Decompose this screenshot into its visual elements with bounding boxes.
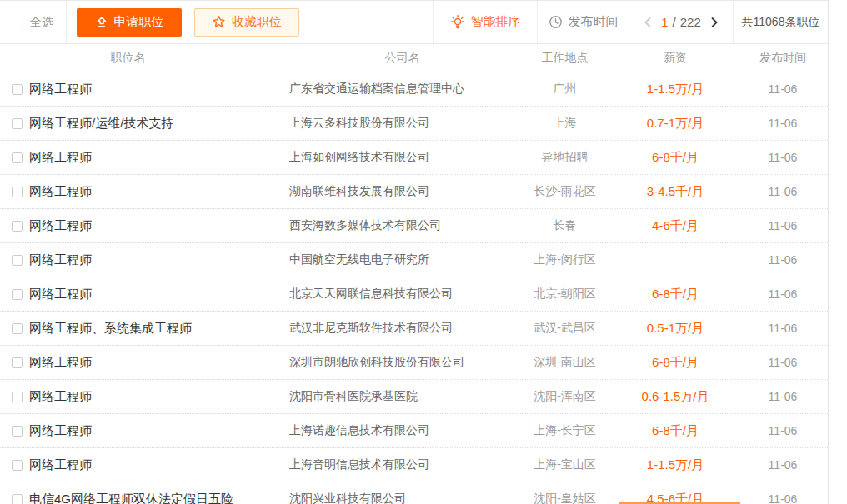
job-date: 11-06 bbox=[738, 458, 828, 472]
table-row: 网络工程师/运维/技术支持 上海云多科技股份有限公司 上海 0.7-1万/月 1… bbox=[0, 107, 828, 141]
job-title-link[interactable]: 网络工程师 bbox=[29, 252, 92, 268]
apply-jobs-button[interactable]: 申请职位 bbox=[77, 8, 182, 37]
smart-sort-label: 智能排序 bbox=[471, 14, 521, 30]
row-checkbox[interactable] bbox=[12, 221, 23, 232]
job-list-panel: 全选 申请职位 收藏职位 bbox=[0, 0, 829, 504]
job-date: 11-06 bbox=[738, 424, 828, 437]
row-checkbox[interactable] bbox=[12, 460, 23, 471]
header-location: 工作地点 bbox=[517, 51, 613, 66]
total-jobs-count: 共11068条职位 bbox=[742, 15, 820, 30]
job-title-cell: 网络工程师 bbox=[0, 389, 288, 405]
job-title-link[interactable]: 网络工程师 bbox=[29, 82, 92, 97]
job-title-link[interactable]: 网络工程师、系统集成工程师 bbox=[29, 321, 192, 337]
row-checkbox[interactable] bbox=[12, 289, 23, 300]
company-name[interactable]: 上海云多科技股份有限公司 bbox=[288, 116, 517, 131]
job-title-link[interactable]: 网络工程师 bbox=[29, 184, 92, 200]
row-checkbox[interactable] bbox=[12, 357, 23, 368]
company-name[interactable]: 沈阳兴业科技有限公司 bbox=[288, 492, 517, 504]
apply-jobs-label: 申请职位 bbox=[114, 14, 164, 30]
job-date: 11-06 bbox=[738, 390, 828, 403]
row-checkbox[interactable] bbox=[12, 118, 23, 129]
job-title-link[interactable]: 电信4G网络工程师双休法定假日五险 bbox=[29, 492, 233, 504]
job-title-link[interactable]: 网络工程师 bbox=[29, 150, 92, 166]
smart-sort-button[interactable]: 智能排序 bbox=[434, 1, 538, 43]
total-jobs-count-cell: 共11068条职位 bbox=[734, 1, 828, 43]
job-title-cell: 网络工程师 bbox=[0, 457, 288, 473]
select-all-label: 全选 bbox=[30, 15, 53, 30]
job-salary: 4-6千/月 bbox=[613, 218, 738, 234]
pagination: 1 / 222 bbox=[629, 1, 734, 43]
toolbar: 全选 申请职位 收藏职位 bbox=[0, 1, 828, 44]
job-location: 长沙-雨花区 bbox=[517, 184, 613, 199]
table-row: 网络工程师 深圳市朗驰欣创科技股份有限公司 深圳-南山区 6-8千/月 11-0… bbox=[0, 346, 828, 380]
job-location: 上海-闵行区 bbox=[517, 252, 613, 267]
table-row: 网络工程师 北京天天网联信息科技有限公司 北京-朝阳区 6-8千/月 11-06 bbox=[0, 277, 828, 312]
table-row: 网络工程师 上海诺趣信息技术有限公司 上海-长宁区 6-8千/月 11-06 bbox=[0, 414, 828, 448]
table-row: 网络工程师 沈阳市骨科医院承基医院 沈阳-浑南区 0.6-1.5万/月 11-0… bbox=[0, 380, 828, 414]
row-checkbox[interactable] bbox=[12, 494, 23, 504]
job-title-link[interactable]: 网络工程师 bbox=[29, 423, 92, 439]
job-title-link[interactable]: 网络工程师 bbox=[29, 355, 92, 371]
job-date: 11-06 bbox=[738, 287, 828, 301]
row-checkbox[interactable] bbox=[12, 323, 23, 334]
job-date: 11-06 bbox=[738, 117, 828, 130]
job-date: 11-06 bbox=[738, 322, 828, 335]
job-title-link[interactable]: 网络工程师/运维/技术支持 bbox=[29, 116, 173, 132]
upload-arrow-icon bbox=[95, 16, 108, 29]
chevron-right-icon[interactable] bbox=[709, 17, 719, 28]
company-name[interactable]: 西安海数多媒体技术有限公司 bbox=[288, 218, 517, 233]
favorite-jobs-label: 收藏职位 bbox=[232, 14, 282, 30]
select-all-checkbox[interactable] bbox=[13, 17, 23, 27]
company-name[interactable]: 广东省交通运输档案信息管理中心 bbox=[288, 82, 517, 97]
job-salary: 3-4.5千/月 bbox=[613, 184, 738, 200]
chevron-left-icon[interactable] bbox=[643, 17, 654, 28]
company-name[interactable]: 深圳市朗驰欣创科技股份有限公司 bbox=[288, 355, 517, 370]
row-checkbox[interactable] bbox=[12, 426, 23, 437]
job-salary: 6-8千/月 bbox=[613, 150, 738, 166]
company-name[interactable]: 湖南联维科技发展有限公司 bbox=[288, 184, 517, 199]
publish-time-sort-label: 发布时间 bbox=[569, 14, 619, 30]
company-name[interactable]: 北京天天网联信息科技有限公司 bbox=[288, 287, 517, 302]
job-location: 上海-长宁区 bbox=[517, 423, 613, 438]
job-date: 11-06 bbox=[738, 151, 828, 164]
job-title-cell: 网络工程师 bbox=[0, 252, 288, 268]
table-row: 网络工程师 广东省交通运输档案信息管理中心 广州 1-1.5万/月 11-06 bbox=[0, 72, 828, 107]
total-pages: 222 bbox=[680, 15, 701, 29]
job-date: 11-06 bbox=[738, 82, 828, 96]
job-title-cell: 网络工程师 bbox=[0, 423, 288, 439]
job-location: 上海 bbox=[517, 116, 613, 131]
header-company: 公司名 bbox=[288, 51, 517, 66]
job-location: 深圳-南山区 bbox=[517, 355, 613, 370]
job-title-link[interactable]: 网络工程师 bbox=[29, 287, 92, 302]
job-title-cell: 网络工程师 bbox=[0, 184, 288, 200]
header-date: 发布时间 bbox=[738, 51, 828, 66]
publish-time-sort-button[interactable]: 发布时间 bbox=[538, 1, 629, 43]
company-name[interactable]: 上海诺趣信息技术有限公司 bbox=[288, 423, 517, 438]
table-header: 职位名 公司名 工作地点 薪资 发布时间 bbox=[0, 44, 828, 72]
company-name[interactable]: 沈阳市骨科医院承基医院 bbox=[288, 389, 517, 404]
table-row: 网络工程师 上海如创网络技术有限公司 异地招聘 6-8千/月 11-06 bbox=[0, 141, 828, 175]
table-row: 网络工程师 中国航空无线电电子研究所 上海-闵行区 11-06 bbox=[0, 243, 828, 277]
company-name[interactable]: 中国航空无线电电子研究所 bbox=[288, 252, 517, 267]
favorite-jobs-button[interactable]: 收藏职位 bbox=[194, 8, 299, 37]
row-checkbox[interactable] bbox=[12, 187, 23, 197]
job-title-link[interactable]: 网络工程师 bbox=[29, 218, 92, 234]
job-date: 11-06 bbox=[738, 492, 828, 504]
company-name[interactable]: 上海音明信息技术有限公司 bbox=[288, 457, 517, 472]
row-checkbox[interactable] bbox=[12, 255, 23, 266]
page-separator: / bbox=[673, 15, 676, 29]
row-checkbox[interactable] bbox=[12, 84, 23, 95]
row-checkbox[interactable] bbox=[12, 392, 23, 402]
job-title-cell: 电信4G网络工程师双休法定假日五险 bbox=[0, 492, 288, 504]
company-name[interactable]: 武汉非尼克斯软件技术有限公司 bbox=[288, 321, 517, 336]
star-icon bbox=[212, 15, 226, 29]
job-location: 武汉-武昌区 bbox=[517, 321, 613, 336]
job-title-link[interactable]: 网络工程师 bbox=[29, 457, 92, 473]
job-date: 11-06 bbox=[738, 185, 828, 198]
company-name[interactable]: 上海如创网络技术有限公司 bbox=[288, 150, 517, 165]
row-checkbox[interactable] bbox=[12, 152, 23, 163]
job-title-cell: 网络工程师 bbox=[0, 150, 288, 166]
job-title-cell: 网络工程师 bbox=[0, 287, 288, 302]
job-title-cell: 网络工程师、系统集成工程师 bbox=[0, 321, 288, 337]
job-title-link[interactable]: 网络工程师 bbox=[29, 389, 92, 405]
